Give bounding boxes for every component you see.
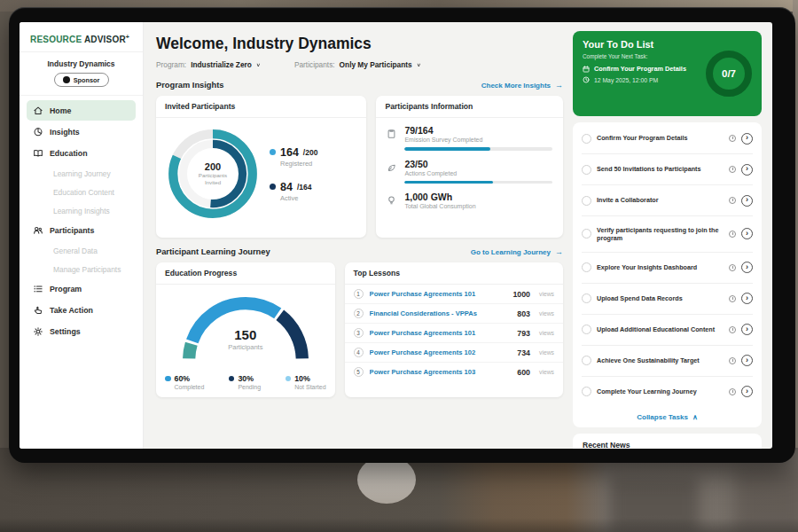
sidebar-item-education[interactable]: Education xyxy=(27,143,136,163)
program-filter-label: Program: xyxy=(156,60,186,69)
task-checkbox[interactable] xyxy=(582,387,591,396)
task-checkbox[interactable] xyxy=(582,196,591,206)
task-open-button[interactable]: › xyxy=(741,133,753,145)
main-left-column: Welcome, Industry Dynamics Program: Indu… xyxy=(156,31,563,449)
sidebar-item-settings[interactable]: Settings xyxy=(27,321,136,341)
task-open-button[interactable]: › xyxy=(741,195,753,207)
not-started-pct: 10% xyxy=(294,374,310,383)
lesson-link[interactable]: Power Purchase Agreements 101 xyxy=(370,329,512,337)
lesson-row[interactable]: 2 Financial Considerations - VPPAs 803 v… xyxy=(345,304,563,324)
lesson-link[interactable]: Power Purchase Agreements 103 xyxy=(370,368,512,376)
arrow-right-icon: → xyxy=(555,81,563,90)
task-row[interactable]: Invite a Collaborator › xyxy=(582,185,753,216)
filter-bar: Program: Industrialize Zero ∨ Participan… xyxy=(156,60,563,69)
task-row[interactable]: Upload Spend Data Records › xyxy=(582,284,753,315)
lesson-views: 734 xyxy=(517,348,530,357)
chevron-down-icon: ∨ xyxy=(256,62,261,67)
logo-plus-icon: + xyxy=(126,34,129,40)
pending-clock-icon xyxy=(729,326,736,333)
sidebar-item-label: Settings xyxy=(50,327,81,336)
task-open-button[interactable]: › xyxy=(741,324,753,335)
not-started-dot-icon xyxy=(286,376,292,382)
home-icon xyxy=(33,106,43,116)
lesson-row[interactable]: 1 Power Purchase Agreements 101 1000 vie… xyxy=(345,285,563,304)
task-open-button[interactable]: › xyxy=(741,355,753,366)
task-open-button[interactable]: › xyxy=(741,164,753,176)
sidebar-item-program[interactable]: Program xyxy=(27,278,136,299)
pending-label: Pending xyxy=(238,384,261,390)
invited-count: 200 xyxy=(205,161,221,172)
invited-donut-chart: 200 Participants Invited xyxy=(163,124,262,223)
lesson-rank: 2 xyxy=(354,309,364,318)
task-open-button[interactable]: › xyxy=(741,293,753,304)
pending-clock-icon xyxy=(729,166,736,173)
education-participants-label: Participants xyxy=(171,343,320,351)
task-row[interactable]: Upload Additional Educational Content › xyxy=(582,315,753,346)
task-checkbox[interactable] xyxy=(582,229,591,239)
sidebar-item-label: Take Action xyxy=(50,306,93,315)
lesson-rank: 1 xyxy=(354,289,364,299)
task-checkbox[interactable] xyxy=(582,325,591,334)
todo-progress-count: 0/7 xyxy=(722,68,736,79)
participants-filter[interactable]: Participants: Only My Participants ∨ xyxy=(294,60,421,69)
pending-clock-icon xyxy=(729,231,736,238)
lesson-row[interactable]: 4 Power Purchase Agreements 102 734 view… xyxy=(345,343,563,363)
collapse-tasks-button[interactable]: Collapse Tasks ∧ xyxy=(582,407,753,426)
task-checkbox[interactable] xyxy=(582,165,591,175)
recent-news-card: Recent News xyxy=(573,434,762,449)
sponsor-badge: Sponsor xyxy=(54,73,109,87)
education-progress-card: Education Progress 150 Participants xyxy=(156,262,335,397)
pending-clock-icon xyxy=(729,357,736,364)
sidebar-item-insights[interactable]: Insights xyxy=(27,121,136,142)
sidebar-item-learning-insights[interactable]: Learning Insights xyxy=(27,201,136,220)
task-open-button[interactable]: › xyxy=(741,228,753,239)
lesson-row[interactable]: 3 Power Purchase Agreements 101 793 view… xyxy=(345,324,563,343)
lesson-row[interactable]: 5 Power Purchase Agreements 103 600 view… xyxy=(345,363,563,381)
task-row[interactable]: Explore Your Insights Dashboard › xyxy=(582,253,753,284)
sidebar-item-manage-participants[interactable]: Manage Participants xyxy=(27,260,136,278)
task-checkbox[interactable] xyxy=(582,262,591,272)
task-open-button[interactable]: › xyxy=(741,262,753,273)
task-checkbox[interactable] xyxy=(582,293,591,303)
task-label: Explore Your Insights Dashboard xyxy=(597,263,724,271)
program-filter-value: Industrialize Zero xyxy=(191,60,252,69)
sidebar-item-label: Education xyxy=(50,149,88,158)
sidebar-item-education-content[interactable]: Education Content xyxy=(27,183,136,201)
active-dot-icon xyxy=(270,184,276,190)
check-more-insights-link[interactable]: Check More Insights → xyxy=(481,81,563,90)
task-row[interactable]: Achieve One Sustainability Target › xyxy=(582,346,753,377)
sidebar-item-participants[interactable]: Participants xyxy=(27,220,136,240)
lesson-link[interactable]: Power Purchase Agreements 102 xyxy=(370,348,512,356)
task-checkbox[interactable] xyxy=(582,134,591,144)
stat-emission-survey: 79/164 Emission Survey Completed xyxy=(387,125,552,151)
go-to-learning-journey-label: Go to Learning Journey xyxy=(471,248,551,256)
task-row[interactable]: Confirm Your Program Details › xyxy=(582,123,753,154)
lesson-link[interactable]: Financial Considerations - VPPAs xyxy=(370,309,512,317)
sidebar-item-learning-journey[interactable]: Learning Journey xyxy=(27,164,136,183)
completed-dot-icon xyxy=(165,376,171,382)
task-row[interactable]: Send 50 Invitations to Participants › xyxy=(582,154,753,185)
dashboard-screen: RESOURCE ADVISOR+ Industry Dynamics Spon… xyxy=(20,22,772,449)
task-row[interactable]: Complete Your Learning Journey › xyxy=(582,377,753,407)
donut-center-label: 200 Participants Invited xyxy=(163,124,262,223)
task-checkbox[interactable] xyxy=(582,356,591,365)
go-to-learning-journey-link[interactable]: Go to Learning Journey → xyxy=(471,247,563,256)
program-filter[interactable]: Program: Industrialize Zero ∨ xyxy=(156,60,261,69)
sidebar-item-general-data[interactable]: General Data xyxy=(27,241,136,260)
learning-journey-title: Participant Learning Journey xyxy=(156,247,270,256)
actions-completed-value: 23/50 xyxy=(404,159,552,169)
global-consumption-label: Total Global Consumption xyxy=(404,203,552,209)
monitor-stand xyxy=(357,456,416,504)
collapse-tasks-label: Collapse Tasks xyxy=(637,413,688,421)
global-consumption-value: 1,000 GWh xyxy=(404,192,552,202)
main-content: Welcome, Industry Dynamics Program: Indu… xyxy=(144,22,772,449)
task-row[interactable]: Verify participants requesting to join t… xyxy=(582,216,753,253)
participants-filter-label: Participants: xyxy=(294,60,335,69)
registered-label: Registered xyxy=(280,160,317,168)
sidebar-item-take-action[interactable]: Take Action xyxy=(27,300,136,320)
invited-label-line2: Invited xyxy=(199,179,227,186)
task-open-button[interactable]: › xyxy=(741,386,753,397)
top-lessons-title: Top Lessons xyxy=(345,262,563,285)
lesson-link[interactable]: Power Purchase Agreements 101 xyxy=(370,290,507,298)
sidebar-item-home[interactable]: Home xyxy=(27,100,136,121)
